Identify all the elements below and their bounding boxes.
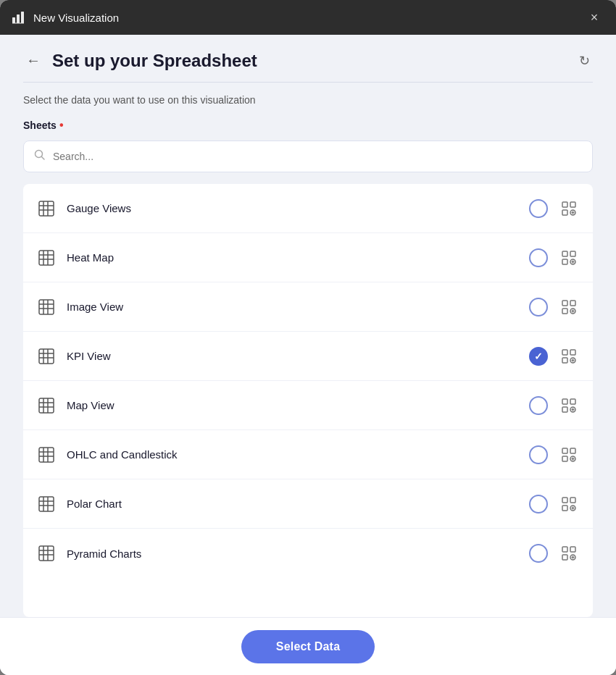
svg-rect-22 [562,251,567,256]
sheet-name: Pyramid Charts [67,548,517,560]
svg-rect-28 [39,300,54,314]
svg-rect-78 [570,498,575,503]
radio-button[interactable] [529,396,548,415]
select-data-button[interactable]: Select Data [241,630,375,663]
svg-rect-56 [570,399,575,404]
view-details-icon[interactable] [559,396,578,415]
svg-rect-89 [570,547,575,552]
view-details-icon[interactable] [559,544,578,563]
modal-container: New Visualization × ← Set up your Spread… [0,0,616,675]
svg-rect-33 [562,301,567,306]
sheets-label: Sheets • [23,119,593,132]
required-indicator: • [59,119,64,132]
sheet-icon [38,298,55,316]
list-item: Heat Map [23,233,593,282]
search-input[interactable] [53,151,582,162]
sheet-icon [38,200,55,217]
sheet-name: Heat Map [67,251,517,264]
sheet-name: KPI View [67,350,517,362]
svg-rect-44 [562,350,567,355]
list-item: Image View [23,282,593,332]
view-details-icon[interactable] [559,298,578,316]
radio-button[interactable] [529,347,548,366]
back-left: ← Set up your Spreadsheet [23,49,257,72]
svg-rect-68 [562,456,567,461]
list-item: Polar Chart [23,479,593,529]
sheet-icon [38,397,55,414]
view-details-icon[interactable] [559,347,578,366]
svg-line-5 [42,157,45,160]
search-box [23,141,593,172]
back-row: ← Set up your Spreadsheet ↻ [23,49,593,72]
sheet-icon [38,348,55,365]
radio-button[interactable] [529,298,548,316]
refresh-button[interactable]: ↻ [576,50,593,72]
list-item: OHLC and Candlestick [23,430,593,479]
svg-rect-55 [562,399,567,404]
svg-rect-90 [562,555,567,560]
svg-rect-13 [562,210,567,215]
subtitle-text: Select the data you want to use on this … [0,83,616,106]
sheet-icon [38,249,55,267]
svg-rect-24 [562,259,567,264]
svg-rect-39 [39,349,54,364]
svg-rect-79 [562,506,567,511]
radio-button[interactable] [529,199,548,218]
svg-rect-66 [562,448,567,453]
sheets-list: Gauge Views Heat Map [23,184,593,617]
list-item: Pyramid Charts [23,529,593,578]
back-button[interactable]: ← [23,49,43,72]
svg-rect-0 [12,17,15,23]
svg-rect-72 [39,497,54,511]
svg-rect-61 [39,448,54,462]
title-bar: New Visualization × [0,0,616,35]
svg-rect-23 [570,251,575,256]
svg-rect-50 [39,398,54,413]
svg-rect-45 [570,350,575,355]
svg-rect-77 [562,498,567,503]
footer: Select Data [0,617,616,675]
sheet-name: OHLC and Candlestick [67,448,517,461]
view-details-icon[interactable] [559,495,578,513]
page-title: Set up your Spreadsheet [52,51,257,71]
title-bar-left: New Visualization [12,10,119,25]
svg-rect-83 [39,546,54,561]
modal-body: ← Set up your Spreadsheet ↻ Select the d… [0,35,616,675]
visualization-icon [12,10,26,25]
svg-rect-12 [570,202,575,207]
radio-button[interactable] [529,445,548,464]
radio-button[interactable] [529,544,548,563]
search-icon [34,149,46,164]
sheet-name: Image View [67,301,517,313]
svg-rect-46 [562,358,567,363]
svg-rect-1 [17,14,20,23]
svg-rect-11 [562,202,567,207]
svg-rect-2 [21,12,24,23]
radio-button[interactable] [529,495,548,513]
svg-rect-35 [562,309,567,314]
svg-rect-17 [39,251,54,265]
sheet-name: Gauge Views [67,202,517,214]
sheet-name: Map View [67,399,517,411]
sheets-section: Sheets • [0,106,616,172]
sheet-name: Polar Chart [67,498,517,510]
svg-rect-67 [570,448,575,453]
list-item: Map View [23,381,593,430]
svg-rect-34 [570,301,575,306]
svg-rect-57 [562,407,567,412]
svg-rect-88 [562,547,567,552]
sheet-icon [38,495,55,513]
svg-rect-6 [39,201,54,216]
view-details-icon[interactable] [559,445,578,464]
view-details-icon[interactable] [559,248,578,267]
view-details-icon[interactable] [559,199,578,218]
close-button[interactable]: × [584,7,604,28]
radio-button[interactable] [529,248,548,267]
sheet-icon [38,545,55,562]
page-header: ← Set up your Spreadsheet ↻ [0,35,616,83]
window-title: New Visualization [33,12,119,24]
sheet-icon [38,446,55,464]
content-area: ← Set up your Spreadsheet ↻ Select the d… [0,35,616,675]
list-item: KPI View [23,332,593,381]
list-item: Gauge Views [23,184,593,233]
